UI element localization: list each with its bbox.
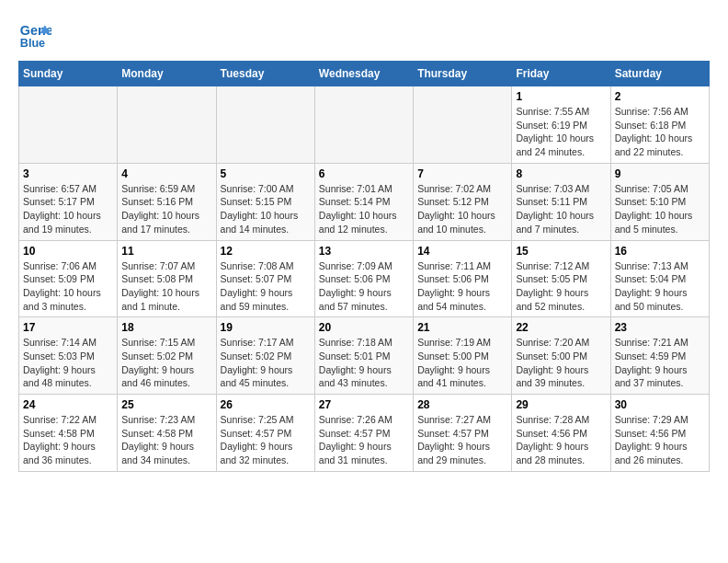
day-info: Sunrise: 7:12 AMSunset: 5:05 PMDaylight:… bbox=[516, 260, 589, 312]
calendar-week-1: 1 Sunrise: 7:55 AMSunset: 6:19 PMDayligh… bbox=[19, 86, 710, 164]
calendar-cell: 17 Sunrise: 7:14 AMSunset: 5:03 PMDaylig… bbox=[19, 317, 118, 395]
day-info: Sunrise: 7:28 AMSunset: 4:56 PMDaylight:… bbox=[516, 414, 589, 465]
header-wednesday: Wednesday bbox=[314, 62, 413, 86]
day-info: Sunrise: 7:08 AMSunset: 5:07 PMDaylight:… bbox=[221, 260, 294, 312]
calendar-cell bbox=[216, 86, 314, 164]
calendar-cell: 7 Sunrise: 7:02 AMSunset: 5:12 PMDayligh… bbox=[414, 163, 512, 240]
calendar-cell: 3 Sunrise: 6:57 AMSunset: 5:17 PMDayligh… bbox=[19, 163, 118, 240]
logo-icon: General Blue bbox=[18, 18, 51, 52]
day-info: Sunrise: 6:57 AMSunset: 5:17 PMDaylight:… bbox=[23, 183, 101, 235]
header-thursday: Thursday bbox=[414, 62, 512, 86]
calendar-cell: 15 Sunrise: 7:12 AMSunset: 5:05 PMDaylig… bbox=[512, 240, 610, 317]
day-info: Sunrise: 7:29 AMSunset: 4:56 PMDaylight:… bbox=[615, 414, 688, 465]
calendar-week-3: 10 Sunrise: 7:06 AMSunset: 5:09 PMDaylig… bbox=[19, 240, 710, 317]
calendar-cell: 28 Sunrise: 7:27 AMSunset: 4:57 PMDaylig… bbox=[414, 395, 512, 472]
calendar-cell: 14 Sunrise: 7:11 AMSunset: 5:06 PMDaylig… bbox=[414, 240, 512, 317]
day-info: Sunrise: 7:56 AMSunset: 6:18 PMDaylight:… bbox=[615, 106, 693, 157]
day-number: 20 bbox=[319, 321, 409, 334]
header-saturday: Saturday bbox=[610, 62, 709, 86]
day-number: 6 bbox=[319, 167, 409, 180]
calendar-cell: 10 Sunrise: 7:06 AMSunset: 5:09 PMDaylig… bbox=[19, 240, 118, 317]
day-number: 5 bbox=[221, 167, 311, 180]
day-info: Sunrise: 7:06 AMSunset: 5:09 PMDaylight:… bbox=[23, 260, 101, 312]
day-number: 3 bbox=[23, 167, 113, 180]
header-friday: Friday bbox=[512, 62, 610, 86]
day-number: 27 bbox=[319, 398, 409, 411]
calendar-cell: 2 Sunrise: 7:56 AMSunset: 6:18 PMDayligh… bbox=[610, 86, 709, 164]
day-number: 13 bbox=[319, 245, 409, 258]
day-info: Sunrise: 7:07 AMSunset: 5:08 PMDaylight:… bbox=[121, 260, 199, 312]
calendar-cell: 19 Sunrise: 7:17 AMSunset: 5:02 PMDaylig… bbox=[216, 317, 314, 395]
calendar-cell: 20 Sunrise: 7:18 AMSunset: 5:01 PMDaylig… bbox=[314, 317, 413, 395]
day-number: 1 bbox=[516, 90, 606, 103]
day-info: Sunrise: 7:14 AMSunset: 5:03 PMDaylight:… bbox=[23, 337, 97, 388]
calendar-cell: 9 Sunrise: 7:05 AMSunset: 5:10 PMDayligh… bbox=[610, 163, 709, 240]
day-info: Sunrise: 7:13 AMSunset: 5:04 PMDaylight:… bbox=[615, 260, 688, 312]
day-number: 9 bbox=[615, 167, 705, 180]
day-info: Sunrise: 7:05 AMSunset: 5:10 PMDaylight:… bbox=[615, 183, 693, 235]
day-number: 29 bbox=[516, 398, 606, 411]
day-info: Sunrise: 7:23 AMSunset: 4:58 PMDaylight:… bbox=[121, 414, 195, 465]
day-info: Sunrise: 7:02 AMSunset: 5:12 PMDaylight:… bbox=[417, 183, 495, 235]
day-info: Sunrise: 7:25 AMSunset: 4:57 PMDaylight:… bbox=[221, 414, 294, 465]
day-info: Sunrise: 7:20 AMSunset: 5:00 PMDaylight:… bbox=[516, 337, 589, 388]
calendar-cell bbox=[314, 86, 413, 164]
day-info: Sunrise: 7:01 AMSunset: 5:14 PMDaylight:… bbox=[319, 183, 397, 235]
day-number: 24 bbox=[23, 398, 113, 411]
calendar-cell bbox=[118, 86, 216, 164]
day-number: 15 bbox=[516, 245, 606, 258]
calendar-cell: 23 Sunrise: 7:21 AMSunset: 4:59 PMDaylig… bbox=[610, 317, 709, 395]
day-number: 14 bbox=[417, 245, 507, 258]
day-info: Sunrise: 7:19 AMSunset: 5:00 PMDaylight:… bbox=[417, 337, 491, 388]
calendar-cell: 26 Sunrise: 7:25 AMSunset: 4:57 PMDaylig… bbox=[216, 395, 314, 472]
day-number: 18 bbox=[121, 321, 211, 334]
calendar-cell: 18 Sunrise: 7:15 AMSunset: 5:02 PMDaylig… bbox=[118, 317, 216, 395]
day-info: Sunrise: 6:59 AMSunset: 5:16 PMDaylight:… bbox=[121, 183, 199, 235]
day-number: 28 bbox=[417, 398, 507, 411]
day-info: Sunrise: 7:15 AMSunset: 5:02 PMDaylight:… bbox=[121, 337, 195, 388]
calendar-cell: 25 Sunrise: 7:23 AMSunset: 4:58 PMDaylig… bbox=[118, 395, 216, 472]
day-info: Sunrise: 7:22 AMSunset: 4:58 PMDaylight:… bbox=[23, 414, 97, 465]
day-info: Sunrise: 7:26 AMSunset: 4:57 PMDaylight:… bbox=[319, 414, 392, 465]
header-monday: Monday bbox=[118, 62, 216, 86]
day-info: Sunrise: 7:18 AMSunset: 5:01 PMDaylight:… bbox=[319, 337, 392, 388]
day-number: 19 bbox=[221, 321, 311, 334]
calendar-cell: 6 Sunrise: 7:01 AMSunset: 5:14 PMDayligh… bbox=[314, 163, 413, 240]
svg-text:Blue: Blue bbox=[20, 37, 45, 50]
day-info: Sunrise: 7:03 AMSunset: 5:11 PMDaylight:… bbox=[516, 183, 594, 235]
day-info: Sunrise: 7:11 AMSunset: 5:06 PMDaylight:… bbox=[417, 260, 491, 312]
calendar-cell: 13 Sunrise: 7:09 AMSunset: 5:06 PMDaylig… bbox=[314, 240, 413, 317]
calendar-cell: 22 Sunrise: 7:20 AMSunset: 5:00 PMDaylig… bbox=[512, 317, 610, 395]
day-number: 16 bbox=[615, 245, 705, 258]
calendar-cell bbox=[414, 86, 512, 164]
day-info: Sunrise: 7:27 AMSunset: 4:57 PMDaylight:… bbox=[417, 414, 491, 465]
day-info: Sunrise: 7:21 AMSunset: 4:59 PMDaylight:… bbox=[615, 337, 688, 388]
day-number: 12 bbox=[221, 245, 311, 258]
calendar-cell: 1 Sunrise: 7:55 AMSunset: 6:19 PMDayligh… bbox=[512, 86, 610, 164]
header-sunday: Sunday bbox=[19, 62, 118, 86]
calendar-cell: 12 Sunrise: 7:08 AMSunset: 5:07 PMDaylig… bbox=[216, 240, 314, 317]
day-number: 8 bbox=[516, 167, 606, 180]
day-number: 25 bbox=[121, 398, 211, 411]
calendar: SundayMondayTuesdayWednesdayThursdayFrid… bbox=[18, 61, 710, 472]
day-number: 11 bbox=[121, 245, 211, 258]
day-number: 21 bbox=[417, 321, 507, 334]
calendar-cell: 21 Sunrise: 7:19 AMSunset: 5:00 PMDaylig… bbox=[414, 317, 512, 395]
day-number: 26 bbox=[221, 398, 311, 411]
calendar-cell: 5 Sunrise: 7:00 AMSunset: 5:15 PMDayligh… bbox=[216, 163, 314, 240]
header: General Blue bbox=[18, 18, 710, 52]
calendar-cell: 4 Sunrise: 6:59 AMSunset: 5:16 PMDayligh… bbox=[118, 163, 216, 240]
day-info: Sunrise: 7:00 AMSunset: 5:15 PMDaylight:… bbox=[221, 183, 299, 235]
header-tuesday: Tuesday bbox=[216, 62, 314, 86]
calendar-cell: 8 Sunrise: 7:03 AMSunset: 5:11 PMDayligh… bbox=[512, 163, 610, 240]
calendar-week-2: 3 Sunrise: 6:57 AMSunset: 5:17 PMDayligh… bbox=[19, 163, 710, 240]
calendar-cell: 27 Sunrise: 7:26 AMSunset: 4:57 PMDaylig… bbox=[314, 395, 413, 472]
calendar-cell: 11 Sunrise: 7:07 AMSunset: 5:08 PMDaylig… bbox=[118, 240, 216, 317]
day-info: Sunrise: 7:17 AMSunset: 5:02 PMDaylight:… bbox=[221, 337, 294, 388]
calendar-cell bbox=[19, 86, 118, 164]
day-number: 30 bbox=[615, 398, 705, 411]
calendar-cell: 16 Sunrise: 7:13 AMSunset: 5:04 PMDaylig… bbox=[610, 240, 709, 317]
day-number: 7 bbox=[417, 167, 507, 180]
day-number: 4 bbox=[121, 167, 211, 180]
calendar-cell: 24 Sunrise: 7:22 AMSunset: 4:58 PMDaylig… bbox=[19, 395, 118, 472]
